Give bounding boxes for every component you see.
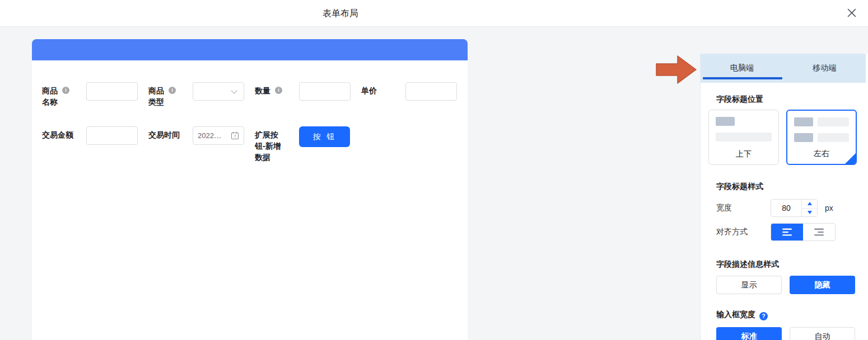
section-title-position: 字段标题位置 (716, 95, 857, 104)
main-area: 商品 名称 i 商品 类型 i 数量 (0, 27, 868, 340)
field-label: 交易金额 (42, 126, 86, 163)
form-header-bar (32, 39, 468, 60)
arrow-right-icon (656, 54, 697, 85)
field-product-type: 商品 类型 i (148, 82, 255, 107)
desc-show-button[interactable]: 显示 (716, 276, 782, 294)
align-right-icon (814, 228, 825, 236)
field-label-text: 商品 名称 (42, 86, 58, 106)
info-icon: i (62, 87, 69, 94)
input-width-title: 输入框宽度 (716, 310, 755, 319)
dialog-title: 表单布局 (0, 0, 681, 26)
field-label: 单价 (361, 82, 405, 107)
form-preview-card: 商品 名称 i 商品 类型 i 数量 (32, 39, 468, 340)
align-left-icon (782, 228, 793, 236)
field-label: 商品 名称 i (42, 82, 86, 107)
arrow-down-icon (808, 211, 812, 214)
calendar-icon: 7 (231, 131, 239, 140)
desc-hide-button[interactable]: 隐藏 (790, 276, 855, 294)
arrow-up-icon (808, 202, 812, 205)
field-label: 交易时间 (148, 126, 193, 163)
info-icon: i (275, 87, 282, 94)
settings-panel: 电脑端 移动端 字段标题位置 上下 左 (700, 54, 868, 340)
field-transaction-amount: 交易金额 (42, 126, 148, 163)
input-width-standard-button[interactable]: 标准 (716, 327, 782, 340)
field-quantity: 数量 i (255, 82, 361, 107)
field-extend-button: 扩展按 钮-新增 数据 按 钮 (255, 126, 361, 163)
field-label: 扩展按 钮-新增 数据 (255, 126, 299, 163)
width-label: 宽度 (716, 203, 771, 213)
title-position-options: 上下 左右 (708, 110, 857, 165)
width-unit-label: px (825, 204, 833, 212)
info-icon: i (169, 87, 176, 94)
transaction-time-date-input[interactable]: 2022… 7 (193, 126, 244, 145)
tab-mobile[interactable]: 移动端 (783, 54, 866, 83)
field-label-text: 商品 类型 (148, 86, 164, 106)
align-label: 对齐方式 (716, 227, 771, 237)
transaction-amount-input[interactable] (86, 126, 138, 145)
width-stepper (771, 199, 818, 217)
field-product-name: 商品 名称 i (42, 82, 148, 107)
quantity-input[interactable] (299, 82, 351, 101)
product-name-input[interactable] (86, 82, 138, 101)
field-unit-price: 单价 (361, 82, 468, 107)
chevron-down-icon (231, 87, 237, 93)
width-input[interactable] (771, 200, 801, 216)
field-label-text: 数量 (255, 86, 270, 95)
unit-price-input[interactable] (405, 82, 457, 101)
annotation-arrow (656, 54, 697, 87)
width-spinner (801, 200, 817, 216)
field-label: 数量 i (255, 82, 299, 107)
field-label-text: 交易时间 (148, 130, 180, 139)
position-option-left-right[interactable]: 左右 (786, 110, 857, 165)
position-graphic-left-right (787, 111, 856, 142)
field-label-text: 单价 (361, 86, 377, 95)
form-row-2: 交易金额 交易时间 2022… 7 (42, 126, 468, 163)
device-tabbar: 电脑端 移动端 (701, 54, 866, 83)
dialog-header: 表单布局 (0, 0, 868, 27)
position-graphic-top-bottom (709, 110, 778, 148)
extend-add-data-button[interactable]: 按 钮 (299, 126, 350, 147)
product-type-select[interactable] (193, 82, 244, 101)
position-option-label: 上下 (709, 149, 778, 159)
align-left-button[interactable] (771, 224, 803, 240)
spinner-down-button[interactable] (802, 209, 817, 217)
section-input-width: 输入框宽度? (716, 310, 857, 320)
selected-corner-icon (844, 153, 856, 164)
section-desc-style: 字段描述信息样式 (716, 259, 857, 269)
tab-pc[interactable]: 电脑端 (701, 54, 783, 83)
position-option-top-bottom[interactable]: 上下 (708, 110, 779, 165)
svg-text:7: 7 (234, 134, 236, 139)
field-transaction-time: 交易时间 2022… 7 (148, 126, 255, 163)
input-width-options: 标准 自动 (716, 327, 857, 340)
form-body: 商品 名称 i 商品 类型 i 数量 (32, 60, 468, 163)
form-row-1: 商品 名称 i 商品 类型 i 数量 (42, 82, 468, 107)
align-button-group (771, 223, 836, 241)
close-button[interactable] (847, 8, 857, 18)
settings-panel-body: 字段标题位置 上下 左右 (701, 83, 868, 340)
field-label-text: 交易金额 (42, 130, 73, 139)
date-value: 2022… (198, 131, 221, 140)
desc-style-options: 显示 隐藏 (716, 276, 857, 294)
close-icon (847, 8, 856, 17)
spinner-up-button[interactable] (802, 200, 817, 209)
help-icon[interactable]: ? (759, 312, 768, 320)
field-label-text: 扩展按 钮-新增 数据 (255, 130, 281, 162)
section-title-style: 字段标题样式 (716, 182, 857, 191)
field-label: 商品 类型 i (148, 82, 193, 107)
input-width-auto-button[interactable]: 自动 (790, 327, 855, 340)
align-right-button[interactable] (803, 224, 835, 240)
